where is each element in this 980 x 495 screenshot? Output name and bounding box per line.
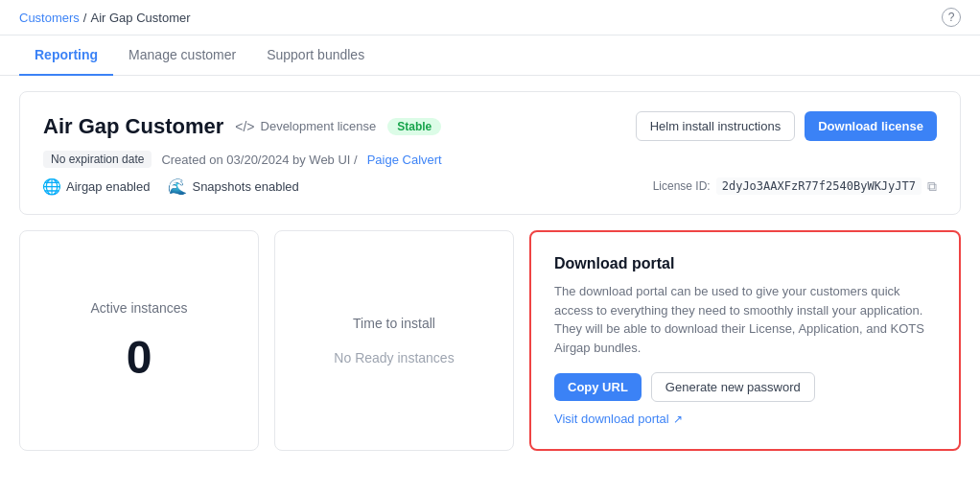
breadcrumb-current: Air Gap Customer [90,11,190,25]
customer-header: Air Gap Customer </> Development license… [43,111,937,141]
external-link-icon: ↗ [673,412,683,426]
main-content: Air Gap Customer </> Development license… [0,76,980,466]
visit-portal-label: Visit download portal [554,412,669,426]
customer-name: Air Gap Customer [43,114,223,139]
download-portal-title: Download portal [554,255,936,272]
license-id-value: 2dyJo3AAXFzR77f2540ByWKJyJT7 [716,177,922,195]
flags-left: 🌐 Airgap enabled 🌊 Snapshots enabled [43,177,299,195]
license-id-label: License ID: [653,179,711,193]
snapshots-label: Snapshots enabled [192,179,298,194]
active-instances-card: Active instances 0 [19,230,259,451]
license-type-label: Development license [261,119,377,133]
top-bar: Customers / Air Gap Customer ? [0,0,980,35]
download-portal-actions: Copy URL Generate new password Visit dow… [554,372,936,426]
download-portal-description: The download portal can be used to give … [554,282,936,357]
feature-flags: 🌐 Airgap enabled 🌊 Snapshots enabled Lic… [43,177,937,195]
expiry-badge: No expiration date [43,151,152,168]
stable-badge: Stable [387,118,441,135]
tab-reporting[interactable]: Reporting [19,35,113,76]
customer-meta: No expiration date Created on 03/20/2024… [43,151,937,168]
time-to-install-title: Time to install [353,316,435,331]
time-to-install-card: Time to install No Ready instances [274,230,514,451]
active-instances-title: Active instances [90,300,187,316]
time-to-install-no-data: No Ready instances [334,350,454,365]
generate-password-button[interactable]: Generate new password [651,372,815,402]
tab-manage-customer[interactable]: Manage customer [113,35,251,76]
code-icon: </> [235,119,254,134]
download-portal-card: Download portal The download portal can … [529,230,961,451]
download-license-button[interactable]: Download license [805,111,937,141]
cards-row: Active instances 0 Time to install No Re… [19,230,961,451]
snapshots-flag: 🌊 Snapshots enabled [169,177,298,195]
airgap-label: Airgap enabled [66,179,150,194]
airgap-flag: 🌐 Airgap enabled [43,177,150,195]
breadcrumb: Customers / Air Gap Customer [19,11,191,25]
license-type-area: </> Development license [235,119,376,134]
creator-link[interactable]: Paige Calvert [367,153,442,167]
breadcrumb-separator: / [83,11,87,25]
globe-icon: 🌐 [43,177,60,195]
created-text: Created on 03/20/2024 by Web UI / [161,153,357,167]
visit-download-portal-button[interactable]: Visit download portal ↗ [554,412,683,426]
customer-card: Air Gap Customer </> Development license… [19,91,961,215]
copy-url-button[interactable]: Copy URL [554,373,642,401]
license-id-area: License ID: 2dyJo3AAXFzR77f2540ByWKJyJT7… [653,177,937,195]
header-buttons: Helm install instructions Download licen… [636,111,937,141]
active-instances-value: 0 [127,335,152,381]
breadcrumb-customers-link[interactable]: Customers [19,11,80,25]
helm-instructions-button[interactable]: Helm install instructions [636,111,796,141]
tab-support-bundles[interactable]: Support bundles [251,35,380,76]
copy-license-id-icon[interactable]: ⧉ [927,178,937,195]
customer-title-area: Air Gap Customer </> Development license… [43,114,441,139]
help-icon[interactable]: ? [942,8,961,27]
nav-tabs: Reporting Manage customer Support bundle… [0,35,980,76]
snapshot-icon: 🌊 [169,177,186,195]
